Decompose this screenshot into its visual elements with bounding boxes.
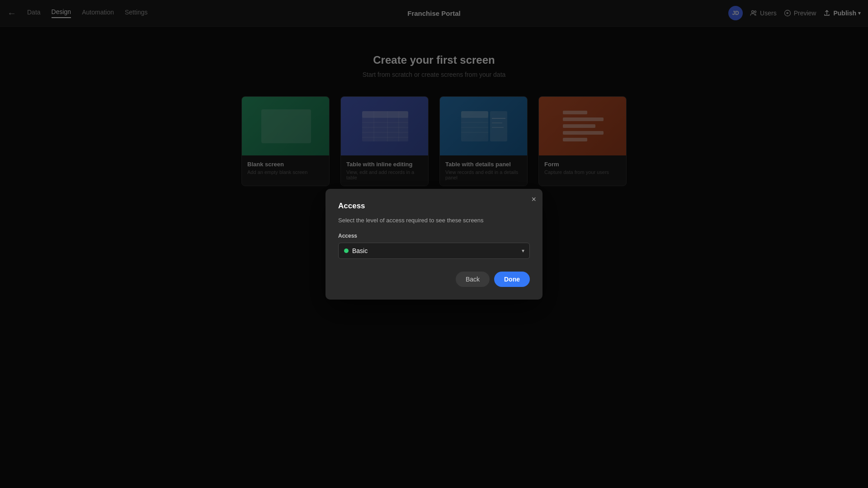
- dialog-title: Access: [338, 202, 530, 211]
- dialog-close-button[interactable]: ×: [531, 195, 536, 203]
- dialog-description: Select the level of access required to s…: [338, 217, 530, 224]
- access-dialog: × Access Select the level of access requ…: [326, 189, 542, 300]
- modal-overlay: × Access Select the level of access requ…: [0, 0, 868, 488]
- access-status-dot: [344, 249, 349, 253]
- access-select[interactable]: Basic: [338, 243, 530, 259]
- access-field-label: Access: [338, 233, 530, 239]
- access-select-wrapper: Basic ▾: [338, 243, 530, 259]
- back-button[interactable]: Back: [456, 272, 490, 287]
- done-button[interactable]: Done: [494, 272, 530, 287]
- access-select-value: Basic: [352, 247, 368, 254]
- dialog-actions: Back Done: [338, 272, 530, 287]
